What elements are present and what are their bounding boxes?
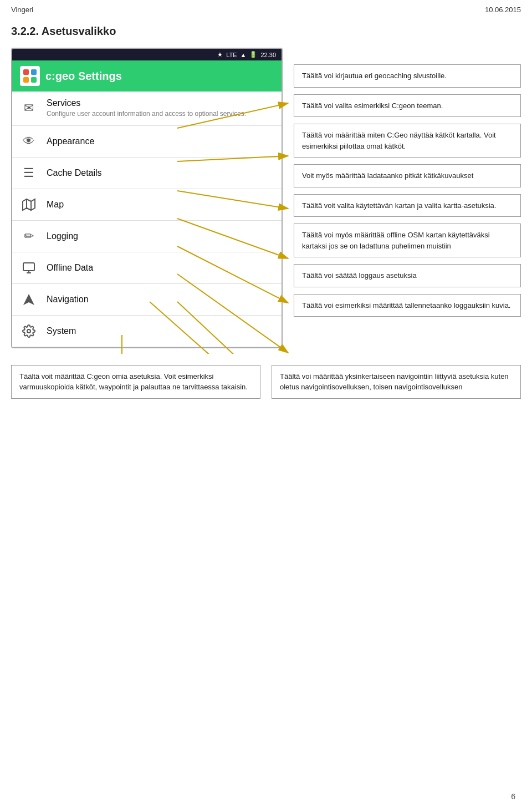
- navigation-icon: [20, 291, 38, 308]
- system-content: System: [47, 326, 274, 336]
- annotation-map2: Täältä voit valita käytettävän kartan ja…: [294, 194, 521, 217]
- svg-rect-11: [31, 69, 37, 75]
- content-area: ★ LTE ▲ 🔋 22.30 c:geo Settings ✉: [0, 42, 532, 354]
- statusbar-star-icon: ★: [217, 51, 223, 58]
- page-title: 3.2.2. Asetusvalikko: [11, 25, 521, 38]
- system-title: System: [47, 326, 274, 336]
- statusbar-lte: LTE: [226, 52, 237, 58]
- cache-details-title: Cache Details: [47, 168, 274, 178]
- header-right: 10.06.2015: [485, 6, 521, 14]
- annotation-logging: Täältä voi säätää loggaus asetuksia: [294, 264, 521, 287]
- menu-list: ✉ Services Configure user account inform…: [12, 92, 282, 347]
- cache-details-icon: ☰: [20, 164, 38, 182]
- menu-item-offline-data[interactable]: Offline Data: [12, 252, 282, 284]
- offline-data-content: Offline Data: [47, 263, 274, 273]
- svg-rect-10: [23, 69, 29, 75]
- svg-rect-12: [23, 77, 29, 83]
- menu-item-services[interactable]: ✉ Services Configure user account inform…: [12, 92, 282, 126]
- page-title-section: 3.2.2. Asetusvalikko: [0, 16, 532, 42]
- annotation-map1: Voit myös määrittää ladataanko pitkät kä…: [294, 164, 521, 187]
- menu-item-cache-details[interactable]: ☰ Cache Details: [12, 158, 282, 189]
- system-icon: [20, 322, 38, 340]
- phone-mockup: ★ LTE ▲ 🔋 22.30 c:geo Settings ✉: [11, 48, 283, 348]
- header-left: Vingeri: [11, 6, 33, 14]
- appearance-icon: 👁: [20, 133, 38, 150]
- logging-content: Logging: [47, 231, 274, 241]
- statusbar-signal-icon: ▲: [241, 52, 247, 58]
- menu-item-logging[interactable]: ✏ Logging: [12, 221, 282, 252]
- map-content: Map: [47, 200, 274, 210]
- map-icon: [20, 196, 38, 214]
- annotation-appearance: Täältä voi valita esimerkiksi C:geon tee…: [294, 94, 521, 118]
- annotation-offline-data: Täältä voi esimerkiksi määrittää tallenn…: [294, 294, 521, 317]
- svg-rect-17: [23, 263, 34, 271]
- offline-data-icon: [20, 259, 38, 277]
- menu-item-system[interactable]: System: [12, 316, 282, 347]
- app-title: c:geo Settings: [45, 70, 122, 83]
- annotation-cache-details: Täältä voi määrittää miten C:Geo näyttää…: [294, 124, 521, 158]
- annotations-panel: Täältä voi kirjautua eri geocaching sivu…: [294, 48, 521, 348]
- offline-data-title: Offline Data: [47, 263, 274, 273]
- appearance-content: Appearance: [47, 136, 274, 146]
- appearance-title: Appearance: [47, 136, 274, 146]
- phone-appheader: c:geo Settings: [12, 60, 282, 92]
- app-icon: [20, 66, 40, 86]
- services-icon: ✉: [20, 99, 38, 117]
- phone-statusbar: ★ LTE ▲ 🔋 22.30: [12, 49, 282, 60]
- menu-item-navigation[interactable]: Navigation: [12, 284, 282, 316]
- logging-icon: ✏: [20, 227, 38, 245]
- map-title: Map: [47, 200, 274, 210]
- annotation-offline: Täältä voi myös määrittää offline OSM ka…: [294, 224, 521, 257]
- menu-item-appearance[interactable]: 👁 Appearance: [12, 126, 282, 158]
- page-number: 6: [511, 792, 515, 801]
- logging-title: Logging: [47, 231, 274, 241]
- annotation-services: Täältä voi kirjautua eri geocaching sivu…: [294, 64, 521, 88]
- svg-marker-14: [23, 199, 35, 210]
- statusbar-time: 22.30: [260, 52, 276, 58]
- bottom-box-system: Täältä voit määrittää C:geon omia asetuk…: [11, 365, 260, 399]
- navigation-title: Navigation: [47, 295, 274, 304]
- svg-point-21: [27, 329, 30, 333]
- cache-details-content: Cache Details: [47, 168, 274, 178]
- navigation-content: Navigation: [47, 295, 274, 304]
- bottom-section: Täältä voit määrittää C:geon omia asetuk…: [0, 359, 532, 410]
- services-content: Services Configure user account informat…: [47, 98, 274, 119]
- services-subtitle: Configure user account information and a…: [47, 109, 274, 119]
- statusbar-battery-icon: 🔋: [249, 51, 257, 58]
- menu-item-map[interactable]: Map: [12, 189, 282, 221]
- services-title: Services: [47, 98, 274, 108]
- svg-rect-13: [31, 77, 37, 83]
- page-header: Vingeri 10.06.2015: [0, 0, 532, 16]
- bottom-box-navigation: Täältä voi määrittää yksinkertaiseen nav…: [272, 365, 521, 399]
- svg-marker-20: [23, 294, 34, 305]
